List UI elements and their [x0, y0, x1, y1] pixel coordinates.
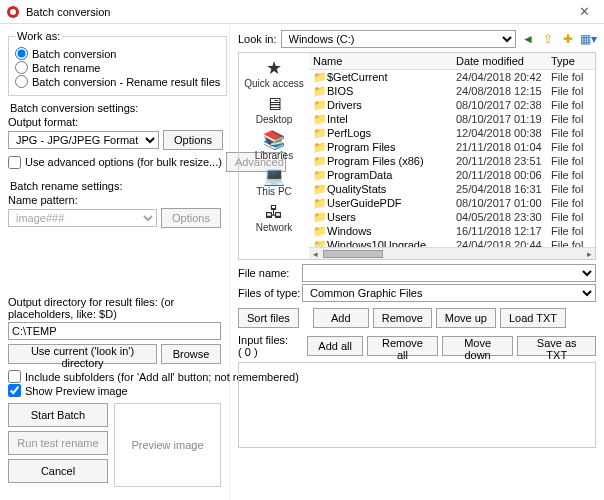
output-dir-input[interactable]	[8, 322, 221, 340]
table-row[interactable]: 📁Drivers08/10/2017 02:38File fol	[309, 98, 595, 112]
up-icon[interactable]: ⇧	[540, 31, 556, 47]
use-current-dir-button[interactable]: Use current ('look in') directory	[8, 344, 157, 364]
file-type: File fol	[551, 155, 591, 167]
file-type: File fol	[551, 197, 591, 209]
file-date: 04/05/2018 23:30	[456, 211, 551, 223]
back-icon[interactable]: ◄	[520, 31, 536, 47]
file-name: Program Files	[327, 141, 456, 153]
file-browser: ★Quick access🖥Desktop📚Libraries💻This PC🖧…	[238, 52, 596, 260]
moveup-button[interactable]: Move up	[436, 308, 496, 328]
advanced-options-checkbox[interactable]: Use advanced options (for bulk resize...…	[8, 156, 222, 169]
sb-quick-access-icon: ★	[266, 59, 282, 77]
input-files-list[interactable]	[238, 362, 596, 448]
radio-batch-conversion[interactable]: Batch conversion	[15, 47, 220, 60]
sb-quick-access[interactable]: ★Quick access	[244, 57, 303, 91]
file-list[interactable]: 📁$GetCurrent24/04/2018 20:42File fol📁BIO…	[309, 70, 595, 247]
folder-icon: 📁	[313, 85, 327, 98]
file-date: 08/10/2017 01:19	[456, 113, 551, 125]
start-batch-button[interactable]: Start Batch	[8, 403, 108, 427]
workas-legend: Work as:	[15, 30, 62, 42]
file-name: $GetCurrent	[327, 71, 456, 83]
folder-icon: 📁	[313, 211, 327, 224]
run-test-rename-button[interactable]: Run test rename	[8, 431, 108, 455]
file-type: File fol	[551, 225, 591, 237]
preview-image-box: Preview image	[114, 403, 221, 487]
sb-network[interactable]: 🖧Network	[256, 201, 293, 235]
table-row[interactable]: 📁UserGuidePDF08/10/2017 01:00File fol	[309, 196, 595, 210]
window-title: Batch conversion	[26, 6, 570, 18]
browse-button[interactable]: Browse	[161, 344, 221, 364]
file-name: Intel	[327, 113, 456, 125]
file-date: 24/04/2018 20:42	[456, 71, 551, 83]
close-icon[interactable]: ✕	[570, 4, 598, 19]
add-button[interactable]: Add	[313, 308, 369, 328]
table-row[interactable]: 📁Windows16/11/2018 12:17File fol	[309, 224, 595, 238]
col-date[interactable]: Date modified	[456, 55, 551, 67]
file-name: PerfLogs	[327, 127, 456, 139]
folder-icon: 📁	[313, 113, 327, 126]
file-date: 21/11/2018 01:04	[456, 141, 551, 153]
lookin-select[interactable]: Windows (C:)	[281, 30, 516, 48]
radio-batch-rename[interactable]: Batch rename	[15, 61, 220, 74]
sort-files-button[interactable]: Sort files	[238, 308, 299, 328]
rename-options-button[interactable]: Options	[161, 208, 221, 228]
table-row[interactable]: 📁Intel08/10/2017 01:19File fol	[309, 112, 595, 126]
cancel-button[interactable]: Cancel	[8, 459, 108, 483]
sb-libraries-icon: 📚	[263, 131, 285, 149]
scroll-left-icon[interactable]: ◂	[309, 249, 321, 259]
loadtxt-button[interactable]: Load TXT	[500, 308, 566, 328]
file-date: 24/08/2018 12:15	[456, 85, 551, 97]
show-preview-checkbox[interactable]: Show Preview image	[8, 384, 221, 397]
folder-icon: 📁	[313, 127, 327, 140]
sidebar-item-label: Quick access	[244, 78, 303, 89]
filetype-select[interactable]: Common Graphic Files	[302, 284, 596, 302]
table-row[interactable]: 📁BIOS24/08/2018 12:15File fol	[309, 84, 595, 98]
file-date: 20/11/2018 00:06	[456, 169, 551, 181]
file-type: File fol	[551, 169, 591, 181]
addall-button[interactable]: Add all	[307, 336, 363, 356]
file-name: UserGuidePDF	[327, 197, 456, 209]
remove-button[interactable]: Remove	[373, 308, 432, 328]
sb-libraries[interactable]: 📚Libraries	[255, 129, 293, 163]
col-type[interactable]: Type	[551, 55, 591, 67]
table-row[interactable]: 📁Windows10Upgrade24/04/2018 20:44File fo…	[309, 238, 595, 247]
scroll-thumb[interactable]	[323, 250, 383, 258]
table-row[interactable]: 📁PerfLogs12/04/2018 00:38File fol	[309, 126, 595, 140]
folder-icon: 📁	[313, 225, 327, 238]
workas-group: Work as: Batch conversion Batch rename B…	[8, 30, 227, 96]
folder-icon: 📁	[313, 99, 327, 112]
output-format-select[interactable]: JPG - JPG/JPEG Format	[8, 131, 159, 149]
table-row[interactable]: 📁$GetCurrent24/04/2018 20:42File fol	[309, 70, 595, 84]
file-header[interactable]: Name Date modified Type	[309, 53, 595, 70]
file-type: File fol	[551, 239, 591, 247]
sb-this-pc[interactable]: 💻This PC	[256, 165, 292, 199]
convsettings-legend: Batch conversion settings:	[8, 102, 221, 114]
savetxt-button[interactable]: Save as TXT	[517, 336, 596, 356]
filetype-label: Files of type:	[238, 287, 298, 299]
include-subfolders-checkbox[interactable]: Include subfolders (for 'Add all' button…	[8, 370, 221, 383]
table-row[interactable]: 📁Users04/05/2018 23:30File fol	[309, 210, 595, 224]
file-date: 12/04/2018 00:38	[456, 127, 551, 139]
sb-desktop[interactable]: 🖥Desktop	[256, 93, 293, 127]
table-row[interactable]: 📁QualityStats25/04/2018 16:31File fol	[309, 182, 595, 196]
file-type: File fol	[551, 99, 591, 111]
format-options-button[interactable]: Options	[163, 130, 223, 150]
filename-input[interactable]	[302, 264, 596, 282]
removeall-button[interactable]: Remove all	[367, 336, 438, 356]
scroll-right-icon[interactable]: ▸	[583, 249, 595, 259]
svg-point-1	[10, 9, 16, 15]
table-row[interactable]: 📁ProgramData20/11/2018 00:06File fol	[309, 168, 595, 182]
h-scrollbar[interactable]: ◂ ▸	[309, 247, 595, 259]
table-row[interactable]: 📁Program Files (x86)20/11/2018 23:51File…	[309, 154, 595, 168]
file-name: Drivers	[327, 99, 456, 111]
radio-batch-both[interactable]: Batch conversion - Rename result files	[15, 75, 220, 88]
views-icon[interactable]: ▦▾	[580, 31, 596, 47]
col-name[interactable]: Name	[313, 55, 456, 67]
movedown-button[interactable]: Move down	[442, 336, 514, 356]
file-type: File fol	[551, 85, 591, 97]
name-pattern-select[interactable]: image###	[8, 209, 157, 227]
folder-icon: 📁	[313, 169, 327, 182]
newfolder-icon[interactable]: ✚	[560, 31, 576, 47]
file-name: ProgramData	[327, 169, 456, 181]
table-row[interactable]: 📁Program Files21/11/2018 01:04File fol	[309, 140, 595, 154]
